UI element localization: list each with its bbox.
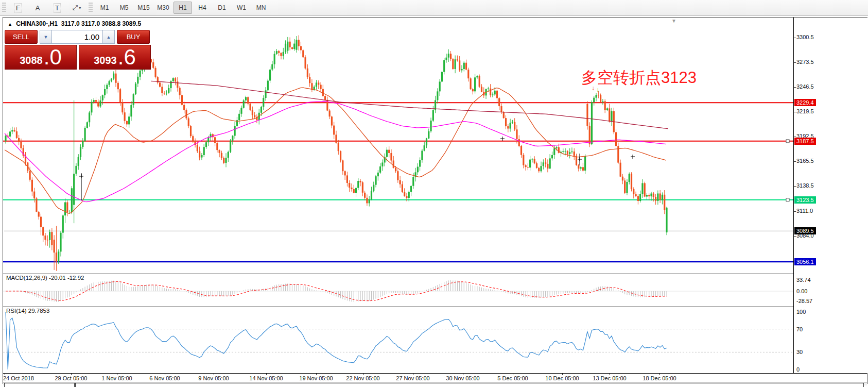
candle-body [285, 44, 286, 52]
date-label: 22 Nov 05:00 [346, 375, 379, 381]
axis-tick-mark [794, 137, 796, 137]
candle-body [60, 233, 61, 252]
candle-body [207, 138, 209, 143]
candle-body [280, 53, 282, 56]
candle-body [639, 194, 641, 201]
timeframe-button-mn[interactable]: MN [252, 2, 270, 14]
candle-body [293, 44, 295, 49]
volume-input[interactable] [52, 30, 102, 44]
chart-shift-marker-icon[interactable]: ▼ [671, 18, 676, 24]
crosshair-mark [79, 173, 83, 200]
candle-body [650, 194, 652, 197]
candle-body [291, 47, 293, 49]
candle-body [267, 80, 269, 90]
candle-body [38, 212, 40, 217]
rsi-indicator-pane[interactable] [3, 307, 793, 373]
date-label: 14 Nov 05:00 [249, 375, 283, 381]
candle-body [344, 171, 346, 175]
candle-body [567, 151, 568, 154]
chart-symbol: CHINA300-,H1 [16, 20, 58, 27]
toolbar: FAT⤢▾ M1M5M15M30H1H4D1W1MN [0, 0, 868, 16]
chart-text-annotation: 多空转折点3123 [581, 67, 697, 89]
price-axis[interactable]: 3300.53273.53246.53219.53192.53165.53138… [793, 18, 867, 373]
candle-body [316, 82, 317, 87]
timeframe-button-h1[interactable]: H1 [173, 2, 192, 14]
text-annotation-icon[interactable]: A [28, 2, 47, 14]
candle-body [505, 118, 507, 126]
candle-body [604, 101, 606, 110]
candle-body [14, 130, 15, 131]
line-drag-handle[interactable] [786, 140, 789, 143]
candle-body [47, 240, 48, 240]
candle-body [476, 76, 478, 78]
collapse-icon[interactable]: ▲ [8, 22, 12, 27]
candle-body [490, 89, 491, 95]
line-drag-handle[interactable] [786, 198, 789, 201]
macd-indicator-pane[interactable] [3, 274, 793, 307]
buy-button[interactable]: BUY [117, 30, 150, 44]
candle-body [342, 160, 343, 171]
candle-body [296, 40, 297, 50]
candle-body [402, 184, 403, 192]
candle-body [302, 50, 304, 57]
candle-body [571, 152, 572, 152]
candle-body [633, 189, 634, 194]
timeframe-button-w1[interactable]: W1 [232, 2, 251, 14]
timeframe-group: M1M5M15M30H1H4D1W1MN [95, 2, 271, 14]
axis-tick-mark [794, 87, 796, 88]
candle-body [89, 112, 90, 122]
toolbar-drag-handle[interactable] [89, 3, 93, 13]
axis-tick-mark [794, 112, 796, 112]
candle-body [64, 203, 66, 216]
candle-body [375, 176, 376, 184]
candle-body [369, 199, 370, 204]
bid-price-display[interactable]: 3088 .0 [5, 45, 77, 70]
timeframe-button-d1[interactable]: D1 [213, 2, 231, 14]
candle-body [494, 91, 496, 95]
candle-body [622, 177, 623, 181]
candle-body [500, 106, 502, 112]
candle-body [408, 192, 410, 198]
candle-body [212, 134, 214, 137]
volume-increment-button[interactable]: ▲ [102, 30, 115, 44]
candle-body [133, 94, 134, 105]
crosshair-mark [631, 155, 635, 159]
date-label: 5 Dec 05:00 [497, 375, 528, 381]
arrows-tool-icon[interactable]: ⤢▾ [67, 2, 86, 14]
candle-body [104, 89, 106, 95]
candle-body [249, 104, 251, 110]
text-box-icon[interactable]: T [48, 2, 66, 14]
candle-body [441, 72, 443, 82]
candle-body [424, 145, 425, 150]
candle-body [102, 95, 103, 100]
ask-price-display[interactable]: 3093 .6 [79, 45, 151, 70]
axis-tick-label: 3219.5 [796, 108, 814, 114]
timeframe-button-m30[interactable]: M30 [154, 2, 172, 14]
dropdown-caret-icon[interactable]: ▾ [79, 6, 81, 10]
date-label: 9 Nov 05:00 [198, 375, 229, 381]
timeframe-button-m5[interactable]: M5 [115, 2, 133, 14]
chart-tab[interactable] [75, 383, 864, 387]
candle-body [261, 107, 262, 113]
candle-body [161, 87, 163, 93]
timeframe-button-h4[interactable]: H4 [193, 2, 212, 14]
candle-body [97, 102, 99, 107]
date-axis[interactable]: 24 Oct 201829 Oct 05:001 Nov 05:006 Nov … [3, 373, 867, 382]
grid-snap-icon[interactable]: F [9, 2, 27, 14]
candle-body [666, 208, 667, 232]
candle-body [545, 162, 546, 164]
candle-body [659, 193, 661, 199]
volume-decrement-button[interactable]: ▼ [40, 30, 52, 44]
sell-button[interactable]: SELL [5, 30, 38, 44]
chart-tab[interactable] [4, 383, 75, 387]
candle-body [351, 188, 352, 189]
candle-body [534, 159, 535, 163]
timeframe-button-m1[interactable]: M1 [95, 2, 114, 14]
candle-body [514, 122, 515, 130]
candle-body [69, 212, 71, 212]
toolbar-drag-handle[interactable] [2, 3, 6, 13]
axis-tick-label: 100 [796, 309, 806, 315]
timeframe-button-m15[interactable]: M15 [134, 2, 153, 14]
candle-body [395, 168, 396, 171]
candle-body [518, 139, 520, 146]
